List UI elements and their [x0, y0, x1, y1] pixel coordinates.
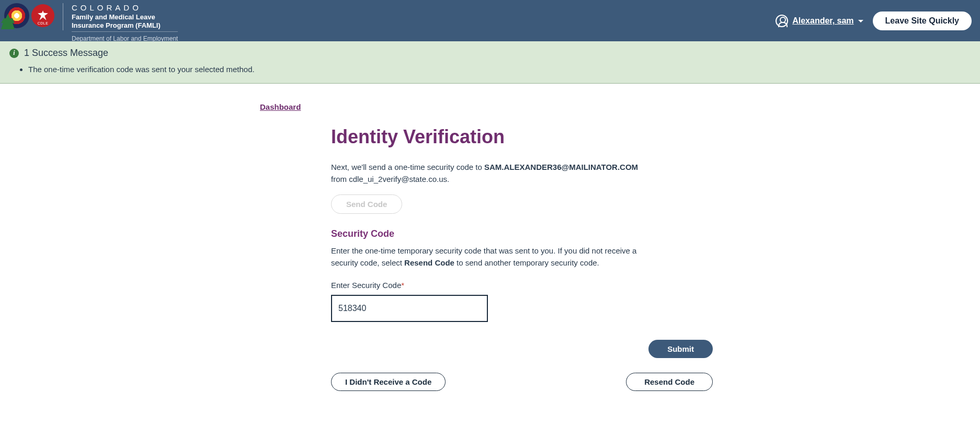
- program-line2: Insurance Program (FAMLI): [72, 21, 161, 29]
- state-name: COLORADO: [72, 3, 178, 12]
- alert-title: 1 Success Message: [24, 48, 108, 59]
- section-title: Security Code: [331, 228, 720, 239]
- header-divider: [63, 3, 63, 30]
- code-field-label: Enter Security Code*: [331, 281, 720, 290]
- send-code-button: Send Code: [331, 194, 402, 214]
- user-name: Alexander, sam: [792, 16, 853, 26]
- intro-middle: from: [331, 175, 349, 183]
- submit-row: Submit: [331, 340, 713, 358]
- header-brand: COLORADO Family and Medical Leave Insura…: [4, 3, 178, 42]
- required-asterisk: *: [401, 281, 404, 290]
- department-name: Department of Labor and Employment: [72, 31, 178, 42]
- resend-code-button[interactable]: Resend Code: [626, 373, 713, 391]
- colorado-logo-icon: [4, 3, 29, 28]
- logo-block: [4, 3, 54, 28]
- page-title: Identity Verification: [331, 126, 720, 148]
- section-desc-bold: Resend Code: [404, 258, 454, 267]
- alert-item: The one-time verification code was sent …: [28, 65, 971, 74]
- secondary-row: I Didn't Receive a Code Resend Code: [331, 373, 713, 391]
- chevron-down-icon: [858, 20, 863, 22]
- intro-prefix: Next, we'll send a one-time security cod…: [331, 163, 484, 171]
- intro-email: SAM.ALEXANDER36@MAILINATOR.COM: [484, 163, 638, 171]
- app-header: COLORADO Family and Medical Leave Insura…: [0, 0, 980, 41]
- field-label-text: Enter Security Code: [331, 281, 401, 290]
- content: Identity Verification Next, we'll send a…: [260, 126, 720, 391]
- security-code-input[interactable]: [331, 295, 488, 322]
- program-name: Family and Medical Leave Insurance Progr…: [72, 13, 178, 29]
- submit-button[interactable]: Submit: [648, 340, 713, 358]
- intro-from: cdle_ui_2verify@state.co.us.: [349, 175, 449, 183]
- no-code-button[interactable]: I Didn't Receive a Code: [331, 373, 446, 391]
- info-icon: i: [9, 49, 19, 58]
- breadcrumb-dashboard[interactable]: Dashboard: [260, 102, 301, 111]
- section-desc-post: to send another temporary security code.: [454, 258, 599, 267]
- intro-text: Next, we'll send a one-time security cod…: [331, 162, 655, 185]
- header-text: COLORADO Family and Medical Leave Insura…: [72, 3, 178, 42]
- alert-header: i 1 Success Message: [9, 48, 971, 59]
- user-menu[interactable]: Alexander, sam: [776, 15, 863, 27]
- program-line1: Family and Medical Leave: [72, 13, 155, 21]
- user-icon: [776, 15, 788, 27]
- cdle-logo-icon: [31, 4, 54, 27]
- leave-site-button[interactable]: Leave Site Quickly: [873, 12, 972, 30]
- alert-list: The one-time verification code was sent …: [23, 65, 971, 74]
- success-alert: i 1 Success Message The one-time verific…: [0, 41, 980, 84]
- section-desc: Enter the one-time temporary security co…: [331, 245, 645, 269]
- breadcrumb: Dashboard: [260, 102, 720, 111]
- main-wrap: Dashboard Identity Verification Next, we…: [260, 84, 720, 412]
- header-right: Alexander, sam Leave Site Quickly: [776, 3, 972, 30]
